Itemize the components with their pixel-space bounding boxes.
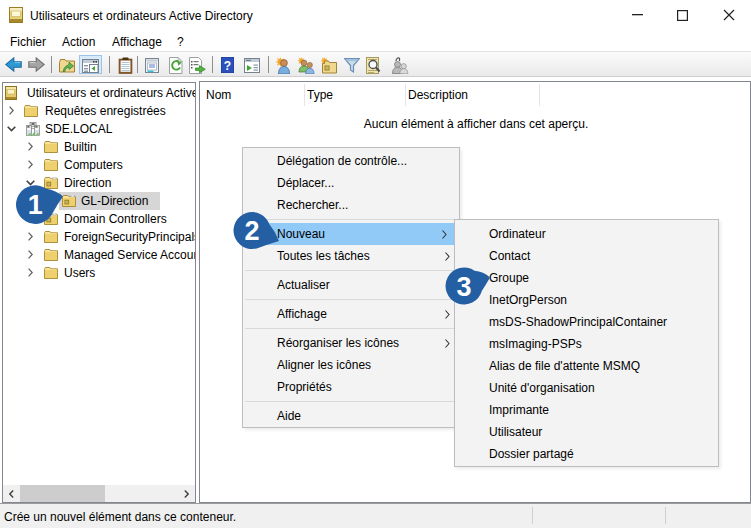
svg-text:?: ?	[224, 59, 231, 73]
svg-text:2: 2	[244, 216, 259, 246]
svg-text:1: 1	[28, 190, 43, 220]
svg-text:3: 3	[456, 272, 471, 302]
